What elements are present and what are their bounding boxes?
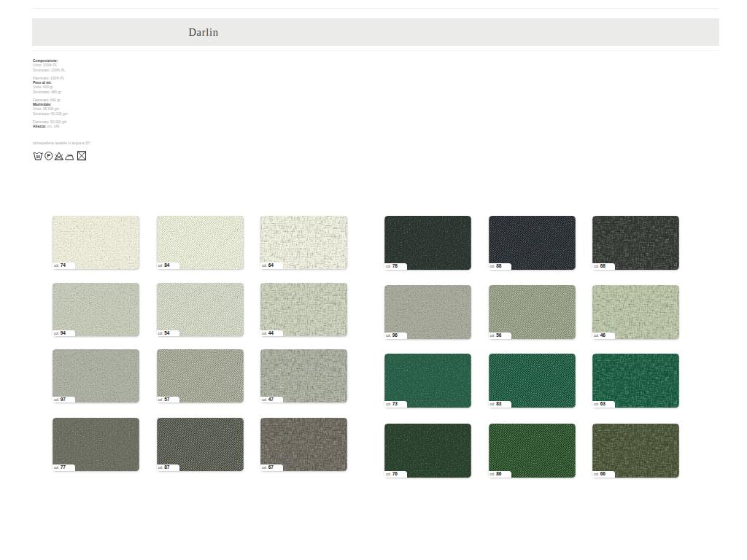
svg-text:30: 30 xyxy=(36,155,40,159)
svg-text:P: P xyxy=(47,153,50,159)
